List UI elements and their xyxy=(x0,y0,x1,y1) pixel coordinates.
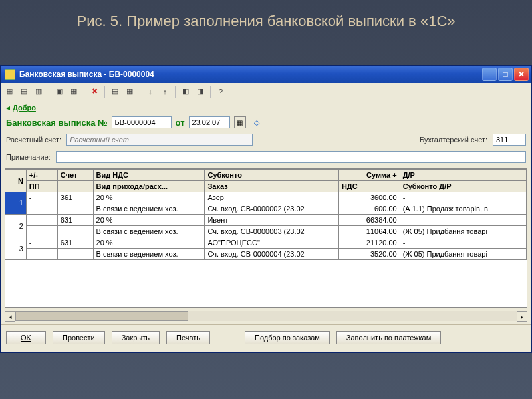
cell-schet2[interactable] xyxy=(57,249,93,260)
cell-dr[interactable]: - xyxy=(400,237,526,249)
cell-zakaz[interactable]: Сч. вход. СВ-0000004 (23.02 xyxy=(205,249,338,260)
cell-vidnds[interactable]: 20 % xyxy=(93,237,205,249)
cell-zakaz[interactable]: Сч. вход. СВ-0000002 (23.02 xyxy=(205,203,338,215)
toolbar-icon[interactable]: ▤ xyxy=(18,86,30,98)
toolbar-separator xyxy=(104,86,105,98)
bs-field[interactable] xyxy=(493,134,526,146)
calendar-icon[interactable]: ▦ xyxy=(234,116,246,128)
th-dr[interactable]: Д/Р xyxy=(400,170,526,181)
cell-summa[interactable]: 3600.00 xyxy=(338,192,400,203)
th-vidpr[interactable]: Вид прихода/расх... xyxy=(93,181,205,192)
cell-nds[interactable]: 11064.00 xyxy=(338,226,400,237)
toolbar-icon[interactable]: ◧ xyxy=(180,86,192,98)
toolbar-icon[interactable]: ▤ xyxy=(109,86,121,98)
table-row[interactable]: 2-63120 %Ивент66384.00- xyxy=(5,215,527,226)
date-label: от xyxy=(176,118,185,128)
print-button[interactable]: Печать xyxy=(166,331,210,344)
cell-dr[interactable]: - xyxy=(400,215,526,226)
scroll-track[interactable] xyxy=(15,311,517,321)
nav-icons[interactable]: ◇ xyxy=(254,118,259,127)
scroll-left-icon[interactable]: ◂ xyxy=(5,311,15,322)
toolbar-separator xyxy=(210,86,211,98)
cell-pp[interactable] xyxy=(26,226,57,237)
cell-zakaz[interactable]: Сч. вход. СВ-0000003 (23.02 xyxy=(205,226,338,237)
note-label: Примечание: xyxy=(6,153,51,161)
cell-n[interactable]: 3 xyxy=(5,237,26,260)
dobro-link[interactable]: Добро xyxy=(13,104,36,112)
table-row[interactable]: В связи с ведением хоз.Сч. вход. СВ-0000… xyxy=(5,203,527,215)
minimize-button[interactable]: _ xyxy=(482,68,497,81)
th-n[interactable]: N xyxy=(5,170,26,192)
cell-summa[interactable]: 21120.00 xyxy=(338,237,400,249)
cell-vidnds[interactable]: 20 % xyxy=(93,192,205,203)
th-pm[interactable]: +/- xyxy=(26,170,57,181)
cell-schet2[interactable] xyxy=(57,226,93,237)
table-row[interactable]: 3-63120 %АО"ПРОЦЕСС"21120.00- xyxy=(5,237,527,249)
doc-date-field[interactable] xyxy=(189,116,230,128)
horizontal-scrollbar[interactable]: ◂ ▸ xyxy=(5,311,527,321)
toolbar-icon[interactable]: ◨ xyxy=(194,86,206,98)
th-pp[interactable]: ПП xyxy=(26,181,57,192)
toolbar-icon[interactable]: ▥ xyxy=(33,86,45,98)
cell-subdr[interactable]: (А 1.1) Продаж товарів, в xyxy=(400,203,526,215)
toolbar-icon[interactable]: ▦ xyxy=(3,86,15,98)
toolbar-icon[interactable]: ▣ xyxy=(53,86,65,98)
help-icon[interactable]: ? xyxy=(215,86,227,98)
th-subdr[interactable]: Субконто Д/Р xyxy=(400,181,526,192)
cell-schet[interactable]: 631 xyxy=(57,237,93,249)
cell-subkonto[interactable]: Ивент xyxy=(205,215,338,226)
th-subkonto[interactable]: Субконто xyxy=(205,170,338,181)
cell-schet[interactable]: 631 xyxy=(57,215,93,226)
title-underline xyxy=(47,35,485,35)
cell-vidpr[interactable]: В связи с ведением хоз. xyxy=(93,203,205,215)
cell-subdr[interactable]: (Ж 05) Придбання товарі xyxy=(400,249,526,260)
cell-n[interactable]: 2 xyxy=(5,215,26,237)
table-row[interactable]: 1-36120 %Азер3600.00- xyxy=(5,192,527,203)
toolbar-icon[interactable]: ▦ xyxy=(124,86,136,98)
scroll-thumb[interactable] xyxy=(15,311,188,321)
arrow-down-icon[interactable]: ↓ xyxy=(144,86,156,98)
toolbar-icon[interactable]: ▦ xyxy=(68,86,80,98)
cell-schet[interactable]: 361 xyxy=(57,192,93,203)
cell-pp[interactable] xyxy=(26,203,57,215)
cell-vidpr[interactable]: В связи с ведением хоз. xyxy=(93,249,205,260)
cell-subkonto[interactable]: АО"ПРОЦЕСС" xyxy=(205,237,338,249)
cell-nds[interactable]: 3520.00 xyxy=(338,249,400,260)
th-schet[interactable]: Счет xyxy=(57,170,93,181)
cell-pp[interactable] xyxy=(26,249,57,260)
cell-schet2[interactable] xyxy=(57,203,93,215)
cell-vidnds[interactable]: 20 % xyxy=(93,215,205,226)
provesti-button[interactable]: Провести xyxy=(53,331,105,344)
cell-nds[interactable]: 600.00 xyxy=(338,203,400,215)
th-nds[interactable]: НДС xyxy=(338,181,400,192)
cell-dr[interactable]: - xyxy=(400,192,526,203)
cell-vidpr[interactable]: В связи с ведением хоз. xyxy=(93,226,205,237)
cell-subkonto[interactable]: Азер xyxy=(205,192,338,203)
cell-n[interactable]: 1 xyxy=(5,192,26,215)
podbor-button[interactable]: Подбор по заказам xyxy=(245,331,330,344)
cell-summa[interactable]: 66384.00 xyxy=(338,215,400,226)
close-doc-button[interactable]: Закрыть xyxy=(112,331,160,344)
doc-number-field[interactable] xyxy=(112,116,172,128)
rs-field[interactable] xyxy=(66,134,253,146)
scroll-right-icon[interactable]: ▸ xyxy=(517,311,527,322)
th-vidnds[interactable]: Вид НДС xyxy=(93,170,205,181)
table-row[interactable]: В связи с ведением хоз.Сч. вход. СВ-0000… xyxy=(5,249,527,260)
note-field[interactable] xyxy=(56,151,526,163)
toolbar-icon[interactable]: ✖ xyxy=(88,86,100,98)
table-row[interactable]: В связи с ведением хоз.Сч. вход. СВ-0000… xyxy=(5,226,527,237)
th-schet2[interactable] xyxy=(57,181,93,192)
toolbar-separator xyxy=(175,86,176,98)
cell-pm[interactable]: - xyxy=(26,215,57,226)
zapolnit-button[interactable]: Заполнить по платежкам xyxy=(336,331,441,344)
ok-button[interactable]: OK xyxy=(6,331,46,344)
th-zakaz[interactable]: Заказ xyxy=(205,181,338,192)
cell-pm[interactable]: - xyxy=(26,192,57,203)
cell-subdr[interactable]: (Ж 05) Придбання товарі xyxy=(400,226,526,237)
maximize-button[interactable]: □ xyxy=(498,68,513,81)
arrow-up-icon[interactable]: ↑ xyxy=(159,86,171,98)
doc-type-label: Банковская выписка № xyxy=(6,118,108,128)
cell-pm[interactable]: - xyxy=(26,237,57,249)
close-button[interactable]: ✕ xyxy=(514,68,529,81)
th-summa[interactable]: Сумма + xyxy=(338,170,400,181)
